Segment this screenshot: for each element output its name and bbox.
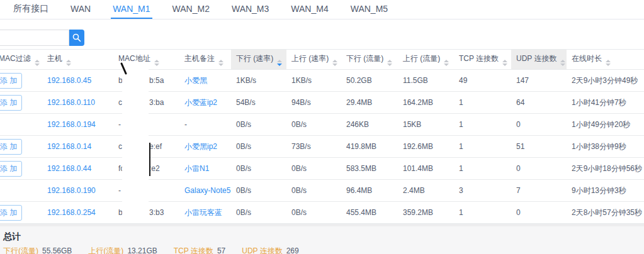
host-ip-link[interactable]: 192.168.0.194: [47, 120, 96, 129]
sort-desc-caret: [277, 64, 282, 66]
mac-filter-cell: 添 加: [0, 158, 42, 180]
tab-wan[interactable]: WAN: [69, 0, 93, 19]
sort-desc-caret: [66, 64, 71, 66]
sort-asc-caret: [444, 60, 449, 62]
tcp-count-cell: 1: [454, 202, 511, 224]
sort-caret-icon[interactable]: [277, 60, 282, 66]
col-header-label: MAC过滤: [0, 54, 31, 63]
tab-wan-m2[interactable]: WAN_M2: [171, 0, 212, 19]
host-remark-link[interactable]: Galaxy-Note5: [184, 186, 230, 195]
host-cell: 192.168.0.45: [42, 70, 113, 92]
sort-caret-icon[interactable]: [444, 60, 449, 66]
sort-caret-icon[interactable]: [560, 60, 565, 66]
col-header-udp[interactable]: UDP 连接数: [511, 50, 567, 70]
sort-caret-icon[interactable]: [606, 60, 611, 66]
host-ip-link[interactable]: 192.168.0.14: [47, 142, 91, 151]
mac-filter-cell: [0, 180, 42, 202]
col-header-mac-filter[interactable]: MAC过滤: [0, 50, 42, 70]
host-cell: 192.168.0.190: [42, 180, 113, 202]
col-header-up-traffic[interactable]: 上行 (流量): [398, 50, 454, 70]
col-header-down-traffic[interactable]: 下行 (流量): [341, 50, 398, 70]
remark-cell: 小爱黑ip2: [179, 136, 231, 158]
add-button[interactable]: 添 加: [0, 205, 22, 221]
col-header-up-rate[interactable]: 上行 (速率): [286, 50, 341, 70]
col-header-label: 主机备注: [184, 54, 215, 63]
tcp-count-cell: 3: [454, 180, 511, 202]
col-header-down-rate[interactable]: 下行 (速率): [231, 50, 286, 70]
interface-tabbar: 所有接口WANWAN_M1WAN_M2WAN_M3WAN_M4WAN_M5: [0, 0, 644, 19]
down-rate-cell: 0B/s: [231, 114, 286, 136]
down-traffic-cell: 96.4MB: [341, 180, 398, 202]
up-traffic-cell: 2.4MB: [398, 180, 454, 202]
down-rate-cell: 0B/s: [231, 136, 286, 158]
sort-caret-icon[interactable]: [332, 60, 337, 66]
add-button[interactable]: 添 加: [0, 139, 22, 155]
host-remark-link[interactable]: 小爱蓝ip2: [184, 98, 217, 107]
host-remark-link[interactable]: 小爱黑ip2: [184, 142, 217, 151]
add-button[interactable]: 添 加: [0, 73, 22, 89]
host-ip-link[interactable]: 192.168.0.254: [47, 208, 96, 217]
col-header-label: 上行 (速率): [291, 54, 329, 63]
sort-asc-caret: [502, 60, 507, 62]
online-time-cell: 1小时49分钟20秒: [567, 114, 644, 136]
tab-wan-m5[interactable]: WAN_M5: [349, 0, 390, 19]
host-ip-link[interactable]: 192.168.0.190: [47, 186, 96, 195]
udp-count-cell: 147: [511, 70, 567, 92]
sort-caret-icon[interactable]: [154, 60, 159, 66]
udp-count-cell: 7: [511, 180, 567, 202]
sort-desc-caret: [444, 64, 449, 66]
host-ip-link[interactable]: 192.168.0.45: [47, 76, 91, 85]
tab-wan-m3[interactable]: WAN_M3: [230, 0, 271, 19]
sort-desc-caret: [35, 64, 40, 66]
add-button[interactable]: 添 加: [0, 95, 22, 111]
sort-asc-caret: [560, 60, 565, 62]
up-rate-cell: 94B/s: [286, 92, 341, 114]
udp-count-cell: 51: [511, 136, 567, 158]
search-input[interactable]: [0, 30, 69, 46]
up-traffic-cell: 359.2MB: [398, 202, 454, 224]
col-header-online[interactable]: 在线时长: [567, 50, 644, 70]
tab-wan-m1[interactable]: WAN_M1: [111, 0, 152, 19]
summary-footer: 总计 下行(流量)55.56GB上行(流量)13.21GBTCP 连接数57UD…: [0, 224, 644, 254]
col-header-tcp[interactable]: TCP 连接数: [454, 50, 511, 70]
sort-desc-caret: [502, 64, 507, 66]
up-traffic-cell: 101.4MB: [398, 158, 454, 180]
tcp-count-cell: 1: [454, 92, 511, 114]
table-row: 添 加192.168.0.110c3:ba小爱蓝ip254B/s94B/s29.…: [0, 92, 644, 114]
host-remark-link[interactable]: 小爱黑: [184, 76, 207, 85]
sort-caret-icon[interactable]: [218, 60, 223, 66]
up-rate-cell: 0B/s: [286, 180, 341, 202]
remark-cell: Galaxy-Note5: [179, 180, 231, 202]
down-rate-cell: 0B/s: [231, 202, 286, 224]
mac-prefix: -: [118, 186, 121, 195]
tab-wan-m4[interactable]: WAN_M4: [289, 0, 330, 19]
summary-item-value: 55.56GB: [42, 246, 72, 254]
search-button[interactable]: [69, 30, 84, 46]
online-time-cell: 9小时13分钟3秒: [567, 180, 644, 202]
add-button[interactable]: 添 加: [0, 161, 22, 177]
table-row: 添 加192.168.0.44fc:e2小雷N10B/s0B/s583.5MB1…: [0, 158, 644, 180]
up-rate-cell: 0B/s: [286, 114, 341, 136]
down-rate-cell: 0B/s: [231, 180, 286, 202]
summary-item-value: 57: [217, 246, 225, 254]
host-remark-link[interactable]: 小雷N1: [184, 164, 209, 173]
tab-all-interfaces[interactable]: 所有接口: [11, 0, 50, 19]
col-header-label: MAC地址: [118, 54, 150, 63]
tcp-count-cell: 1: [454, 136, 511, 158]
col-header-remark[interactable]: 主机备注: [179, 50, 231, 70]
sort-caret-icon[interactable]: [502, 60, 507, 66]
sort-caret-icon[interactable]: [66, 60, 71, 66]
mac-filter-cell: 添 加: [0, 70, 42, 92]
host-remark-link[interactable]: 小雷玩客蓝: [184, 208, 222, 217]
down-traffic-cell: 29.4MB: [341, 92, 398, 114]
col-header-label: 主机: [47, 54, 62, 63]
col-header-host[interactable]: 主机: [42, 50, 113, 70]
sort-caret-icon[interactable]: [387, 60, 392, 66]
summary-item: 上行(流量)13.21GB: [88, 246, 157, 254]
sort-asc-caret: [332, 60, 337, 62]
summary-item-value: 13.21GB: [127, 246, 157, 254]
host-ip-link[interactable]: 192.168.0.44: [47, 164, 91, 173]
host-ip-link[interactable]: 192.168.0.110: [47, 98, 95, 107]
sort-caret-icon[interactable]: [35, 60, 40, 66]
up-traffic-cell: 11.5GB: [398, 70, 454, 92]
